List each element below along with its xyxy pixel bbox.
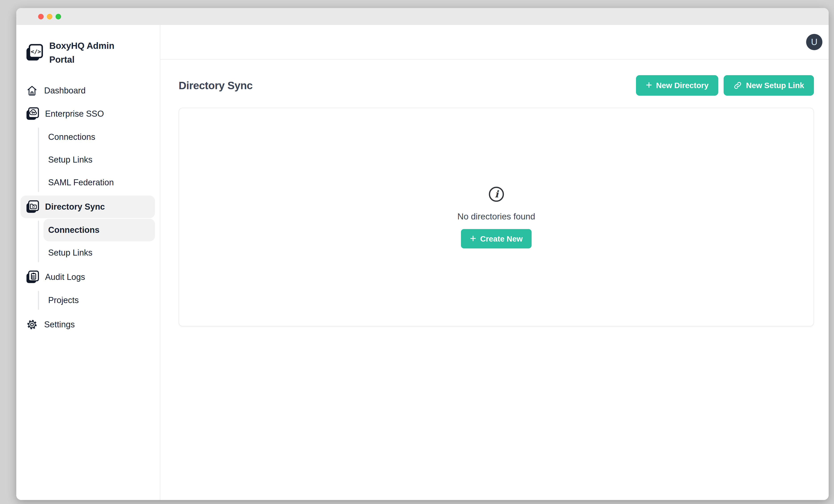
- sidebar-item-enterprise-sso[interactable]: Enterprise SSO: [21, 103, 155, 125]
- create-new-label: Create New: [480, 234, 523, 243]
- app-body: </> BoxyHQ Admin Portal Dashboard: [16, 25, 829, 500]
- empty-state-message: No directories found: [457, 212, 535, 221]
- new-setup-link-label: New Setup Link: [746, 81, 804, 90]
- sidebar-subgroup-enterprise-sso: Connections Setup Links SAML Federation: [16, 126, 155, 194]
- sidebar-item-dashboard[interactable]: Dashboard: [21, 80, 155, 102]
- new-directory-button[interactable]: + New Directory: [636, 75, 718, 96]
- home-icon: [26, 85, 38, 97]
- app-logo[interactable]: </> BoxyHQ Admin Portal: [16, 39, 160, 66]
- page-content: Directory Sync + New Directory New Setup…: [160, 60, 829, 500]
- sidebar-nav: Dashboard Enterprise SSO Connectio: [16, 80, 160, 336]
- page-title-row: Directory Sync + New Directory New Setup…: [179, 75, 814, 96]
- sidebar-subitem-label: Connections: [48, 225, 100, 235]
- sidebar-subgroup-directory-sync: Connections Setup Links: [16, 219, 155, 264]
- sidebar-subitem-label: SAML Federation: [48, 178, 114, 187]
- boxyhq-logo-icon: </>: [26, 44, 43, 61]
- sidebar-subitem-label: Connections: [48, 132, 95, 142]
- sidebar-subitem-dsync-connections[interactable]: Connections: [43, 219, 155, 241]
- gear-icon: [26, 319, 38, 331]
- sidebar-subitem-dsync-setup-links[interactable]: Setup Links: [43, 242, 155, 264]
- user-avatar[interactable]: U: [806, 34, 822, 50]
- sidebar-subitem-label: Projects: [48, 295, 79, 305]
- window-titlebar: [16, 8, 829, 25]
- sidebar: </> BoxyHQ Admin Portal Dashboard: [16, 25, 160, 500]
- directories-empty-card: i No directories found + Create New: [179, 108, 814, 327]
- new-setup-link-button[interactable]: New Setup Link: [724, 75, 814, 96]
- sidebar-subgroup-audit-logs: Projects: [16, 289, 155, 311]
- sidebar-item-label: Dashboard: [44, 86, 86, 95]
- link-icon: [733, 81, 742, 90]
- create-new-button[interactable]: + Create New: [461, 229, 532, 248]
- page-actions: + New Directory New Setup Link: [636, 75, 814, 96]
- sidebar-item-label: Directory Sync: [45, 202, 105, 212]
- audit-logs-keycap-icon: [26, 270, 39, 284]
- info-icon: i: [488, 186, 505, 203]
- sidebar-subitem-label: Setup Links: [48, 155, 92, 165]
- sidebar-item-settings[interactable]: Settings: [21, 313, 155, 336]
- sidebar-item-audit-logs[interactable]: Audit Logs: [21, 266, 155, 288]
- sidebar-item-label: Settings: [44, 320, 75, 329]
- main-area: U Directory Sync + New Directory: [160, 25, 829, 500]
- svg-text:</>: </>: [31, 48, 41, 55]
- page-title: Directory Sync: [179, 80, 253, 92]
- sidebar-item-label: Audit Logs: [45, 272, 85, 282]
- directory-sync-keycap-icon: [26, 200, 39, 214]
- window-minimize-button[interactable]: [47, 14, 52, 19]
- app-title: BoxyHQ Admin Portal: [49, 39, 127, 66]
- sidebar-item-directory-sync[interactable]: Directory Sync: [21, 196, 155, 218]
- app-window: </> BoxyHQ Admin Portal Dashboard: [16, 8, 829, 500]
- sidebar-subitem-sso-setup-links[interactable]: Setup Links: [43, 149, 155, 171]
- new-directory-label: New Directory: [656, 81, 708, 90]
- sidebar-subitem-label: Setup Links: [48, 248, 92, 258]
- svg-text:i: i: [495, 189, 499, 200]
- sidebar-item-label: Enterprise SSO: [45, 109, 104, 119]
- sso-keycap-icon: [26, 107, 39, 120]
- sidebar-subitem-sso-connections[interactable]: Connections: [43, 126, 155, 148]
- sidebar-subitem-saml-federation[interactable]: SAML Federation: [43, 171, 155, 194]
- window-close-button[interactable]: [38, 14, 44, 19]
- window-zoom-button[interactable]: [56, 14, 61, 19]
- top-header-bar: U: [160, 25, 829, 60]
- sidebar-subitem-projects[interactable]: Projects: [43, 289, 155, 311]
